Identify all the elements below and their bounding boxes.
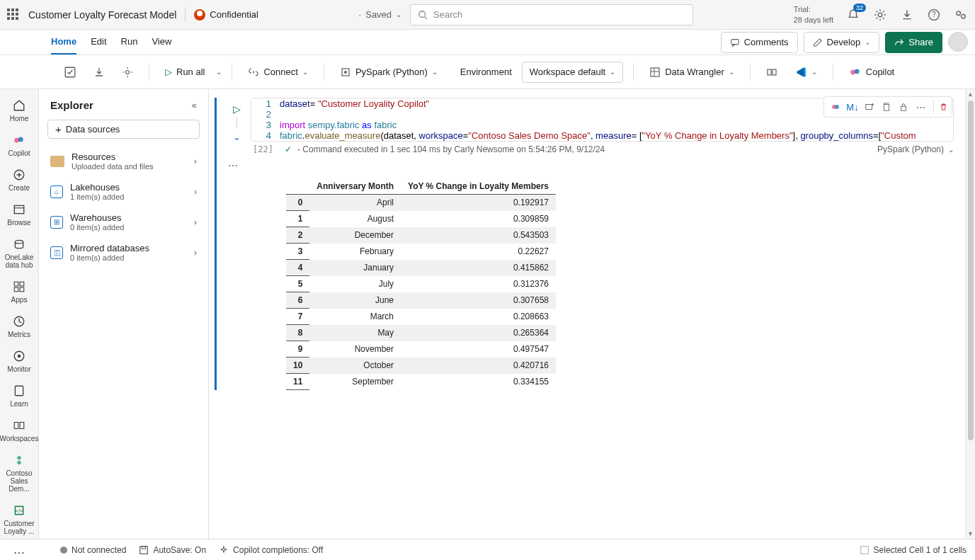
tab-run[interactable]: Run xyxy=(121,30,138,55)
svg-rect-33 xyxy=(14,423,18,429)
notifications-icon[interactable]: 32 xyxy=(846,8,860,22)
scroll-down-arrow[interactable]: ▼ xyxy=(966,529,975,539)
data-wrangler-button[interactable]: Data Wrangler⌄ xyxy=(644,64,740,81)
help-icon[interactable]: ? xyxy=(927,8,941,22)
output-menu[interactable]: ⋯ xyxy=(219,157,965,174)
code-cell[interactable]: ▷ ⌄ M↓ ⋯ 1dataset= "Customer Loyality Co… xyxy=(215,98,965,390)
cell-language-selector[interactable]: PySpark (Python)⌄ xyxy=(877,144,954,154)
share-button[interactable]: Share xyxy=(885,32,942,53)
rail-home[interactable]: Home xyxy=(2,93,36,127)
workspace-default-dropdown[interactable]: Workspace default⌄ xyxy=(522,62,623,83)
table-row: 6June0.307658 xyxy=(286,292,556,309)
rail-customer-loyalty[interactable]: </>Customer Loyalty ... xyxy=(2,498,36,539)
copy-cell-icon[interactable] xyxy=(879,100,894,114)
connect-button[interactable]: Connect⌄ xyxy=(242,64,313,81)
app-launcher-icon[interactable] xyxy=(7,8,20,21)
table-row: 0April0.192917 xyxy=(286,195,556,211)
search-input[interactable]: Search xyxy=(410,4,693,25)
rail-browse[interactable]: Browse xyxy=(2,198,36,231)
svg-rect-32 xyxy=(15,386,23,396)
download-button[interactable] xyxy=(88,64,110,81)
sparkle-icon xyxy=(219,545,229,555)
notification-badge: 32 xyxy=(853,4,866,12)
chevron-right-icon: › xyxy=(194,187,197,197)
lock-cell-icon[interactable] xyxy=(896,100,911,114)
explorer-mirrored[interactable]: ◫ Mirrored databases0 item(s) added › xyxy=(45,237,203,268)
table-row: 2December0.543503 xyxy=(286,227,556,244)
svg-rect-46 xyxy=(142,546,146,549)
rail-copilot[interactable]: Copilot xyxy=(2,128,36,161)
vscode-button[interactable]: ⌄ xyxy=(789,63,823,81)
connection-status[interactable]: Not connected xyxy=(60,545,126,555)
comments-button[interactable]: Comments xyxy=(721,32,798,53)
rail-create[interactable]: Create xyxy=(2,163,36,196)
rail-more[interactable]: ⋯ xyxy=(2,541,36,560)
svg-point-31 xyxy=(18,355,21,358)
cell-selection-status: Selected Cell 1 of 1 cells xyxy=(860,545,967,555)
settings-toolbar-button[interactable] xyxy=(116,64,139,81)
run-all-dropdown[interactable]: ⌄ xyxy=(216,68,222,76)
feedback-icon[interactable] xyxy=(954,8,968,22)
svg-rect-12 xyxy=(651,68,659,76)
rail-onelake[interactable]: OneLake data hub xyxy=(2,232,36,273)
scrollbar-vertical[interactable]: ▲ ▼ xyxy=(965,89,975,539)
data-sources-button[interactable]: +Data sources xyxy=(47,120,200,139)
svg-rect-25 xyxy=(14,282,18,286)
explorer-title: Explorer xyxy=(50,99,93,111)
col-anniversary: Anniversary Month xyxy=(309,178,401,195)
run-cell-button[interactable]: ▷ xyxy=(233,103,241,115)
tab-home[interactable]: Home xyxy=(51,30,76,55)
explorer-resources[interactable]: ResourcesUploaded data and files › xyxy=(45,146,203,176)
markdown-toggle-icon[interactable]: M↓ xyxy=(845,100,860,114)
scroll-up-arrow[interactable]: ▲ xyxy=(966,89,975,99)
svg-rect-44 xyxy=(901,106,906,110)
layout-button[interactable] xyxy=(760,64,783,81)
rail-contoso[interactable]: Contoso Sales Dem... xyxy=(2,448,36,497)
cell-collapse-icon[interactable]: ⌄ xyxy=(233,132,241,142)
svg-rect-45 xyxy=(140,546,148,554)
svg-rect-34 xyxy=(20,423,24,429)
table-row: 9November0.497547 xyxy=(286,341,556,358)
sensitivity-label[interactable]: Confidential xyxy=(194,9,258,21)
tab-edit[interactable]: Edit xyxy=(91,30,106,55)
rail-metrics[interactable]: Metrics xyxy=(2,309,36,343)
rail-monitor[interactable]: Monitor xyxy=(2,344,36,377)
explorer-panel: Explorer « +Data sources ResourcesUpload… xyxy=(39,89,209,539)
copilot-completions-status[interactable]: Copilot completions: Off xyxy=(219,545,323,555)
delete-cell-icon[interactable] xyxy=(933,100,947,114)
svg-point-0 xyxy=(419,11,426,17)
save-checkpoint-button[interactable] xyxy=(58,63,82,81)
table-row: 10October0.420716 xyxy=(286,358,556,374)
copilot-cell-icon[interactable] xyxy=(828,100,843,114)
download-icon[interactable] xyxy=(900,8,914,22)
autosave-status[interactable]: AutoSave: On xyxy=(139,545,206,555)
output-table: Anniversary MonthYoY % Change in Loyalty… xyxy=(286,178,556,390)
more-cell-icon[interactable]: ⋯ xyxy=(913,100,928,114)
collapse-explorer-icon[interactable]: « xyxy=(192,100,197,110)
scroll-thumb[interactable] xyxy=(968,101,974,440)
explorer-warehouses[interactable]: ⊞ Warehouses0 item(s) added › xyxy=(45,207,203,237)
new-cell-icon[interactable] xyxy=(862,100,877,114)
pencil-icon xyxy=(813,38,823,47)
rail-workspaces[interactable]: Workspaces xyxy=(2,413,36,447)
table-row: 7March0.208663 xyxy=(286,309,556,325)
comments-label: Comments xyxy=(744,37,789,47)
run-all-button[interactable]: ▷Run all xyxy=(159,64,210,80)
svg-rect-15 xyxy=(768,69,771,75)
svg-rect-27 xyxy=(14,287,18,292)
explorer-lakehouses[interactable]: ⌂ Lakehouses1 item(s) added › xyxy=(45,176,203,207)
rail-learn[interactable]: Learn xyxy=(2,379,36,412)
tab-view[interactable]: View xyxy=(152,30,171,55)
selection-icon xyxy=(860,545,869,555)
chevron-right-icon: › xyxy=(194,156,197,166)
avatar[interactable] xyxy=(948,32,968,52)
settings-icon[interactable] xyxy=(873,8,887,22)
develop-button[interactable]: Develop⌄ xyxy=(804,32,880,53)
kernel-selector[interactable]: PySpark (Python)⌄ xyxy=(334,64,443,81)
copilot-button[interactable]: Copilot xyxy=(843,63,900,81)
svg-rect-43 xyxy=(884,105,889,111)
svg-text:</>: </> xyxy=(15,508,23,514)
save-status[interactable]: ·Saved⌄ xyxy=(359,9,402,20)
svg-point-18 xyxy=(855,69,860,74)
rail-apps[interactable]: Apps xyxy=(2,275,36,308)
